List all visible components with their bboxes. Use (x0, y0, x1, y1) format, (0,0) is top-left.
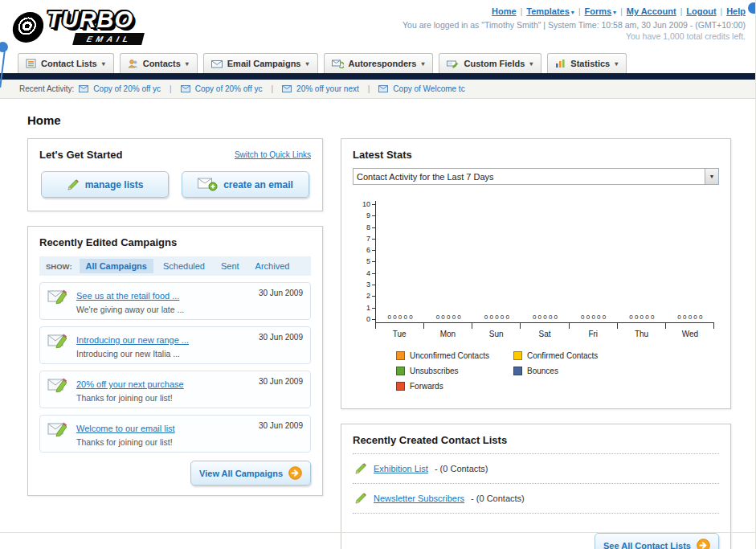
chevron-down-icon: ▾ (613, 9, 616, 16)
legend-label: Confirmed Contacts (527, 351, 598, 360)
manage-lists-button[interactable]: manage lists (41, 171, 169, 198)
y-axis-label: 10 (362, 201, 375, 208)
contact-list-items: Exhibition List - (0 Contacts)Newsletter… (353, 454, 719, 514)
recent-activity-link[interactable]: Copy of 20% off yc (195, 84, 263, 93)
x-axis-label: Sun (472, 330, 521, 338)
arrow-circle-icon (288, 466, 302, 480)
separator: | (578, 7, 581, 16)
campaign-date: 30 Jun 2009 (259, 420, 303, 430)
envelope-icon (181, 85, 190, 92)
tab-statistics[interactable]: Statistics▾ (547, 53, 627, 73)
view-all-campaigns-button[interactable]: View All Campaigns (190, 461, 311, 485)
contact-list-link[interactable]: Exhibition List (374, 464, 428, 473)
dropdown-arrow-icon: ▼ (705, 169, 718, 184)
show-label: SHOW: (46, 262, 72, 271)
legend-label: Bounces (527, 367, 558, 375)
see-all-contact-lists-button[interactable]: See All Contact Lists (595, 533, 719, 549)
header-right: Home|Templates▾|Forms▾|My Account|Logout… (403, 4, 746, 50)
campaign-row[interactable]: See us at the retail food ...We're givin… (39, 282, 311, 320)
x-axis-label: Mon (423, 330, 472, 338)
filter-archived[interactable]: Archived (249, 259, 296, 273)
view-all-campaigns-label: View All Campaigns (199, 469, 283, 478)
recent-activity-link[interactable]: Copy of 20% off yc (93, 84, 161, 93)
filter-sent[interactable]: Sent (215, 259, 246, 273)
campaign-title-link[interactable]: Introducing our new range ... (76, 335, 189, 345)
legend-item: Bounces (513, 367, 631, 375)
top-link-forms[interactable]: Forms (584, 6, 611, 16)
filter-scheduled[interactable]: Scheduled (157, 259, 211, 273)
legend-item: Forwards (396, 382, 513, 391)
campaign-filter-tabs: All CampaignsScheduledSentArchived (80, 259, 296, 273)
legend-label: Unsubscribes (410, 367, 459, 375)
envelope-pencil-icon (47, 288, 69, 305)
legend-swatch (513, 367, 522, 375)
campaign-subtitle: Thanks for joining our list! (76, 437, 175, 447)
campaign-title-link[interactable]: 20% off your next purchase (76, 379, 184, 389)
chevron-down-icon: ▾ (305, 60, 309, 68)
recent-activity-link[interactable]: 20% off your next (296, 84, 359, 93)
campaign-list: See us at the retail food ...We're givin… (39, 282, 311, 453)
top-link-help[interactable]: Help (726, 6, 746, 16)
envelope-pencil-icon (47, 332, 69, 349)
y-axis-label: 2 (366, 293, 375, 300)
x-axis-label: Fri (569, 330, 617, 338)
contact-list-row[interactable]: Exhibition List - (0 Contacts) (353, 454, 719, 484)
y-axis-label: 6 (366, 247, 375, 254)
campaign-text: See us at the retail food ...We're givin… (76, 288, 184, 314)
email-campaigns-icon (211, 59, 223, 68)
main-content: Home Let's Get Started Switch to Quick L… (0, 99, 755, 549)
app-logo[interactable]: TURBO EMAIL (13, 4, 143, 50)
chart-plot: 0 0 0 0 00 0 0 0 00 0 0 0 00 0 0 0 00 0 … (375, 201, 714, 323)
bar-value-labels: 0 0 0 0 0 (570, 313, 618, 321)
get-started-panel: Let's Get Started Switch to Quick Links … (27, 138, 323, 211)
top-link-templates[interactable]: Templates (526, 6, 570, 16)
top-link-my-account[interactable]: My Account (627, 6, 676, 16)
tab-label: Autoresponders (349, 59, 417, 68)
x-tick (713, 323, 714, 329)
recent-activity-bar: Recent Activity: Copy of 20% off yc|Copy… (0, 80, 755, 99)
autoresponders-icon (332, 59, 344, 68)
tab-custom-fields[interactable]: Custom Fields▾ (439, 53, 541, 73)
bar-value-labels: 0 0 0 0 0 (666, 313, 714, 321)
campaign-title-link[interactable]: See us at the retail food ... (76, 291, 179, 301)
legend-label: Forwards (410, 382, 443, 391)
tab-autoresponders[interactable]: Autoresponders▾ (324, 53, 434, 73)
contact-activity-chart: 109876543210 0 0 0 0 00 0 0 0 00 0 0 0 0… (353, 201, 719, 397)
tab-label: Contact Lists (41, 59, 97, 68)
top-link-logout[interactable]: Logout (686, 6, 716, 16)
y-axis-label: 1 (366, 305, 375, 312)
legend-swatch (396, 367, 405, 375)
legend-swatch (513, 351, 522, 360)
tab-contacts[interactable]: Contacts▾ (120, 53, 198, 73)
top-links: Home|Templates▾|Forms▾|My Account|Logout… (403, 6, 746, 16)
contacts-icon (128, 59, 138, 68)
switch-quick-links-link[interactable]: Switch to Quick Links (235, 150, 311, 159)
contact-list-row[interactable]: Newsletter Subscribers - (0 Contacts) (353, 484, 719, 514)
create-email-button[interactable]: create an email (182, 171, 309, 198)
x-tick (375, 323, 376, 329)
pencil-icon (67, 178, 80, 191)
tab-email-campaigns[interactable]: Email Campaigns▾ (203, 53, 318, 73)
tab-contact-lists[interactable]: Contact Lists▾ (18, 53, 114, 73)
separator: | (271, 84, 273, 93)
filter-all-campaigns[interactable]: All Campaigns (80, 259, 153, 273)
campaign-date: 30 Jun 2009 (259, 288, 303, 297)
campaign-row[interactable]: 20% off your next purchaseThanks for joi… (39, 371, 311, 408)
latest-stats-title: Latest Stats (353, 149, 719, 161)
x-axis-label: Thu (617, 330, 665, 338)
contact-list-link[interactable]: Newsletter Subscribers (374, 494, 464, 503)
decoration-dot-right (748, 2, 756, 14)
x-axis-label: Sat (521, 330, 569, 338)
chart-x-ticks (375, 323, 714, 329)
stats-range-select[interactable]: Contact Activity for the Last 7 Days ▼ (353, 168, 719, 185)
recent-activity-link[interactable]: Copy of Welcome tc (393, 84, 464, 93)
top-link-home[interactable]: Home (492, 6, 517, 16)
campaign-row[interactable]: Introducing our new range ...Introducing… (39, 326, 311, 364)
campaign-row[interactable]: Welcome to our email listThanks for join… (39, 415, 311, 453)
chevron-down-icon: ▾ (529, 60, 533, 68)
envelope-pencil-icon (47, 420, 69, 437)
y-axis-label: 4 (366, 270, 375, 277)
stats-range-value: Contact Activity for the Last 7 Days (357, 172, 494, 182)
separator: | (680, 7, 683, 16)
campaign-title-link[interactable]: Welcome to our email list (76, 424, 175, 433)
